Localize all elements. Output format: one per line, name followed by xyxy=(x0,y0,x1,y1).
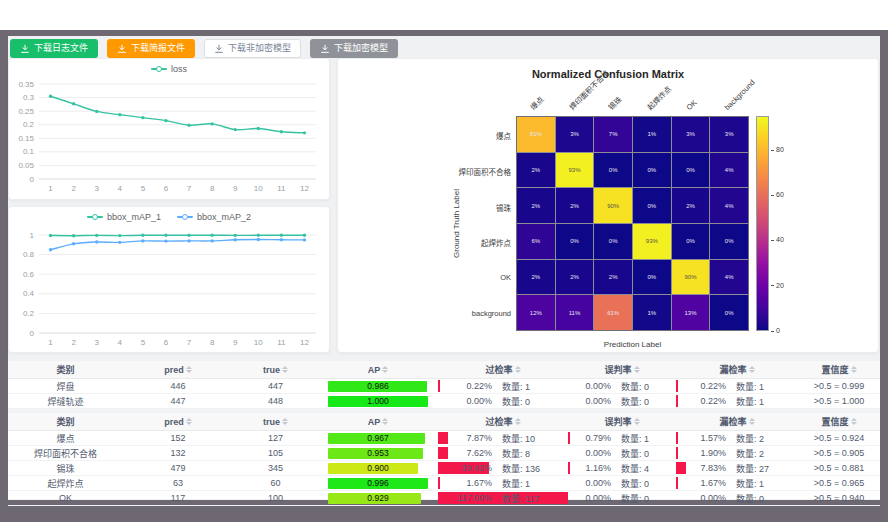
matrix-cell: 61% xyxy=(594,295,632,330)
cell-metric: 0.00%数量: 0 xyxy=(568,446,676,461)
column-header-label: 置信度 xyxy=(821,363,848,376)
column-header-置信度[interactable]: 置信度 xyxy=(798,361,880,379)
download-report-button[interactable]: 下载简报文件 xyxy=(107,39,195,58)
svg-text:9: 9 xyxy=(233,338,238,347)
svg-text:0.05: 0.05 xyxy=(18,161,34,170)
colorbar-tick: 0 xyxy=(771,327,780,334)
cell-true: 105 xyxy=(233,446,318,461)
column-header-content: 漏检率 xyxy=(676,415,798,428)
svg-text:0.1: 0.1 xyxy=(23,147,35,156)
metric-bar-cell: 0.00%数量: 0 xyxy=(568,395,676,408)
matrix-cell: 7% xyxy=(594,117,632,152)
metric-count: 数量: 2 xyxy=(736,447,788,460)
matrix-cell: 0% xyxy=(672,224,710,259)
column-header-label: 过检率 xyxy=(485,363,512,376)
cell-metric: 0.79%数量: 1 xyxy=(568,431,676,446)
series-line-loss xyxy=(51,96,305,133)
svg-text:5: 5 xyxy=(141,338,146,347)
cell-pred: 479 xyxy=(123,461,233,476)
cell-class: 焊印面积不合格 xyxy=(8,446,123,461)
svg-text:12: 12 xyxy=(300,184,309,193)
metric-bar-cell: 7.62%数量: 8 xyxy=(438,447,568,460)
column-header-漏检率[interactable]: 漏检率 xyxy=(676,413,798,431)
column-header-content: pred xyxy=(123,365,233,375)
cell-metric: 39.42%数量: 136 xyxy=(438,461,568,476)
ap-value: 0.929 xyxy=(328,493,428,504)
column-header-true[interactable]: true xyxy=(233,361,318,379)
column-header-true[interactable]: true xyxy=(233,413,318,431)
table-row: 起焊炸点63600.9961.67%数量: 10.00%数量: 01.67%数量… xyxy=(8,476,880,491)
matrix-cell: 3% xyxy=(556,117,594,152)
cell-true: 127 xyxy=(233,431,318,446)
download-unencrypted-model-button[interactable]: 下载非加密模型 xyxy=(204,39,301,58)
matrix-cell: 1% xyxy=(633,117,671,152)
column-header-class: 类别 xyxy=(8,413,123,431)
matrix-row-label: 起焊炸点 xyxy=(338,237,511,248)
svg-text:3: 3 xyxy=(94,338,99,347)
svg-text:11: 11 xyxy=(277,338,286,347)
legend-circle-icon xyxy=(92,214,98,220)
matrix-cell: 2% xyxy=(556,188,594,223)
ap-value: 0.967 xyxy=(328,433,428,444)
svg-text:0.25: 0.25 xyxy=(18,107,34,116)
legend-item-loss[interactable]: loss xyxy=(151,64,187,74)
metric-percent: 7.83% xyxy=(686,463,726,473)
metric-count: 数量: 0 xyxy=(621,477,673,490)
colorbar-tick: 40 xyxy=(771,236,784,243)
matrix-cell: 11% xyxy=(556,295,594,330)
column-header-置信度[interactable]: 置信度 xyxy=(798,413,880,431)
table-row: 焊盘4464470.9860.22%数量: 10.00%数量: 00.22%数量… xyxy=(8,379,880,394)
metric-text: 0.22%数量: 1 xyxy=(676,395,798,408)
metric-bar-cell: 7.83%数量: 27 xyxy=(676,462,798,475)
metric-bar-cell: 1.57%数量: 2 xyxy=(676,432,798,445)
metric-text: 39.42%数量: 136 xyxy=(438,462,568,475)
matrix-cell: 3% xyxy=(672,117,710,152)
cell-metric: 0.00%数量: 0 xyxy=(438,394,568,409)
download-log-button[interactable]: 下载日志文件 xyxy=(10,39,98,58)
matrix-cell: 1% xyxy=(633,295,671,330)
cell-metric: 0.22%数量: 1 xyxy=(676,394,798,409)
legend-item-bbox_mAP_1[interactable]: bbox_mAP_1 xyxy=(87,212,161,222)
column-header-pred[interactable]: pred xyxy=(123,361,233,379)
column-header-label: 类别 xyxy=(56,415,74,428)
cell-class: 爆点 xyxy=(8,431,123,446)
cell-class: 焊缝轨迹 xyxy=(8,394,123,409)
cell-metric: 0.22%数量: 1 xyxy=(438,379,568,394)
metric-text: 1.67%数量: 1 xyxy=(438,477,568,490)
column-header-误判率[interactable]: 误判率 xyxy=(568,361,676,379)
column-header-content: 过检率 xyxy=(438,363,568,376)
column-header-过检率[interactable]: 过检率 xyxy=(438,413,568,431)
column-header-content: 类别 xyxy=(8,415,123,428)
column-header-过检率[interactable]: 过检率 xyxy=(438,361,568,379)
metric-text: 0.00%数量: 0 xyxy=(676,492,798,505)
sort-caret-icon xyxy=(749,366,755,373)
metric-bar-cell: 0.22%数量: 1 xyxy=(438,380,568,393)
metric-percent: 0.00% xyxy=(571,381,611,391)
column-header-AP[interactable]: AP xyxy=(318,413,438,431)
loss-chart-legend: loss xyxy=(9,64,329,74)
matrix-cell: 6% xyxy=(517,224,555,259)
metric-text: 1.16%数量: 4 xyxy=(568,462,676,475)
column-header-pred[interactable]: pred xyxy=(123,413,233,431)
cell-ap: 0.967 xyxy=(318,431,438,446)
cell-class: OK xyxy=(8,491,123,506)
series-line-bbox_mAP_1 xyxy=(51,235,305,236)
metric-bar-cell: 117.00%数量: 117 xyxy=(438,492,568,505)
svg-text:2: 2 xyxy=(71,338,76,347)
column-header-漏检率[interactable]: 漏检率 xyxy=(676,361,798,379)
table-row: 焊缝轨迹4474481.0000.00%数量: 00.00%数量: 00.22%… xyxy=(8,394,880,409)
cell-metric: 7.62%数量: 8 xyxy=(438,446,568,461)
ap-bar-track: 0.967 xyxy=(328,433,428,444)
metric-percent: 0.00% xyxy=(571,478,611,488)
legend-item-bbox_mAP_2[interactable]: bbox_mAP_2 xyxy=(177,212,251,222)
metric-percent: 0.22% xyxy=(452,381,492,391)
column-header-content: 过检率 xyxy=(438,415,568,428)
column-header-误判率[interactable]: 误判率 xyxy=(568,413,676,431)
svg-text:0.15: 0.15 xyxy=(18,134,34,143)
column-header-AP[interactable]: AP xyxy=(318,361,438,379)
download-encrypted-model-button[interactable]: 下载加密模型 xyxy=(310,39,398,58)
column-header-content: AP xyxy=(318,365,438,375)
button-label: 下载加密模型 xyxy=(334,43,388,54)
matrix-col-label: 起焊炸点 xyxy=(644,83,673,112)
svg-text:11: 11 xyxy=(277,184,286,193)
